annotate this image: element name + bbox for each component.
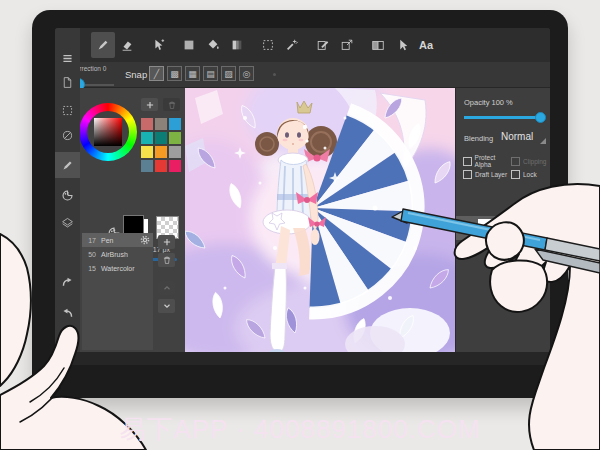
tool-select[interactable]: [256, 32, 280, 58]
snap-off-icon[interactable]: ╱: [149, 66, 164, 81]
sidebar-redo-icon[interactable]: [55, 269, 80, 295]
brush-list-buttons: [158, 235, 176, 317]
snap-mode-row: ╱▩▦▤▨◎: [149, 66, 254, 81]
tablet: Aa Correction 0 Snap ╱▩▦▤▨◎ Opacity 100 …: [32, 10, 568, 398]
snap-radial-icon[interactable]: ◎: [239, 66, 254, 81]
color-wheel[interactable]: [79, 103, 137, 161]
color-swatch-6[interactable]: [141, 146, 153, 158]
add-swatch-button[interactable]: [141, 98, 158, 111]
layer-row[interactable]: Layer: [456, 216, 550, 240]
color-swatch-2[interactable]: [169, 118, 181, 130]
snap-grid-icon[interactable]: ▦: [185, 66, 200, 81]
brush-item-airbrush[interactable]: 50AirBrush: [82, 247, 153, 261]
color-swatch-10[interactable]: [155, 160, 167, 172]
color-swatch-1[interactable]: [155, 118, 167, 130]
brush-item-watercolor[interactable]: 15Watercolor: [82, 261, 153, 275]
watermark: 易下APP · 4008891800.COM: [0, 412, 600, 447]
layer-thumbnail[interactable]: [478, 219, 493, 237]
layer-opacity-label: Opacity 100 %: [464, 98, 513, 107]
brush-settings-gear-icon[interactable]: [140, 235, 150, 245]
blending-label: Blending: [464, 134, 493, 143]
brush-size: 17: [82, 237, 96, 244]
snap-horizontal-icon[interactable]: ▤: [203, 66, 218, 81]
tool-sidebar: [55, 28, 80, 352]
tool-divide[interactable]: [366, 32, 390, 58]
paint-app-screen: Aa Correction 0 Snap ╱▩▦▤▨◎ Opacity 100 …: [55, 28, 550, 365]
brush-color-panel: Opacity 100 % Width 17 px 17Pen50AirBrus…: [80, 88, 185, 352]
checkbox-draft-layer[interactable]: Draft Layer: [463, 170, 511, 179]
brush-move-down-button[interactable]: [158, 299, 175, 313]
brush-list: 17Pen50AirBrush15Watercolor: [82, 233, 153, 350]
swatch-grid: [141, 118, 181, 172]
snap-label: Snap: [125, 69, 147, 80]
sidebar-deselect-icon[interactable]: [55, 122, 80, 148]
color-swatch-9[interactable]: [141, 160, 153, 172]
sidebar-undo-icon[interactable]: [55, 300, 80, 326]
scene: Aa Correction 0 Snap ╱▩▦▤▨◎ Opacity 100 …: [0, 0, 600, 450]
main-toolbar: Aa: [55, 28, 550, 62]
tool-pen[interactable]: [91, 32, 115, 58]
color-swatch-3[interactable]: [141, 132, 153, 144]
tool-export[interactable]: [335, 32, 359, 58]
layer-opacity-knob[interactable]: [535, 112, 546, 123]
tool-transform[interactable]: [311, 32, 335, 58]
tool-gradient[interactable]: [225, 32, 249, 58]
left-hand-fingers: [0, 234, 31, 386]
tool-magic-wand[interactable]: [280, 32, 304, 58]
tool-eraser[interactable]: [115, 32, 139, 58]
color-swatch-7[interactable]: [155, 146, 167, 158]
snap-more-dot: [273, 73, 276, 76]
brush-item-pen[interactable]: 17Pen: [82, 233, 153, 247]
snap-diagonal-icon[interactable]: ▨: [221, 66, 236, 81]
blending-dropdown-corner: [540, 138, 546, 144]
sidebar-menu-icon[interactable]: [55, 45, 80, 71]
sidebar-palette-icon[interactable]: [55, 182, 80, 208]
sidebar-brush-icon[interactable]: [55, 152, 80, 178]
layer-name: Layer: [500, 223, 533, 233]
delete-swatch-button[interactable]: [163, 98, 180, 111]
checkbox-clipping: Clipping: [511, 154, 547, 168]
checkbox-protect-alpha[interactable]: Protect Alpha: [463, 154, 511, 168]
brush-name: Pen: [101, 237, 113, 244]
tool-cursor[interactable]: [390, 32, 414, 58]
brush-name: Watercolor: [101, 265, 135, 272]
sidebar-select-icon[interactable]: [55, 97, 80, 123]
blending-dropdown[interactable]: Normal: [501, 131, 533, 142]
sidebar-file-icon[interactable]: [55, 69, 80, 95]
sub-toolbar: Correction 0 Snap ╱▩▦▤▨◎: [55, 62, 550, 88]
color-swatch-4[interactable]: [155, 132, 167, 144]
canvas-artwork: [185, 88, 455, 352]
layer-panel: Opacity 100 % Blending Normal Protect Al…: [455, 88, 550, 352]
snap-crosshatch-icon[interactable]: ▩: [167, 66, 182, 81]
tool-bucket[interactable]: [201, 32, 225, 58]
layer-opacity-slider[interactable]: [464, 116, 542, 119]
checkbox-lock[interactable]: Lock: [511, 170, 537, 179]
drawing-canvas[interactable]: [185, 88, 455, 352]
saturation-value-square[interactable]: [94, 118, 122, 146]
add-brush-button[interactable]: [158, 235, 175, 249]
color-swatch-0[interactable]: [141, 118, 153, 130]
brush-size: 50: [82, 251, 96, 258]
tool-text[interactable]: Aa: [414, 32, 438, 58]
layer-settings-gear-icon[interactable]: [533, 219, 547, 237]
brush-size: 15: [82, 265, 96, 272]
delete-brush-button[interactable]: [158, 253, 175, 267]
tool-shape-fill[interactable]: [177, 32, 201, 58]
color-swatch-8[interactable]: [169, 146, 181, 158]
layer-visibility-eye-icon[interactable]: [460, 219, 476, 237]
checkbox-row-2: Draft LayerLock: [463, 170, 537, 179]
sidebar-layers-icon[interactable]: [55, 209, 80, 235]
color-swatch-11[interactable]: [169, 160, 181, 172]
checkbox-row-1: Protect AlphaClipping: [463, 154, 547, 168]
bottom-strip: [55, 352, 550, 365]
color-swatch-5[interactable]: [169, 132, 181, 144]
tool-move[interactable]: [146, 32, 170, 58]
brush-move-up-button[interactable]: [158, 281, 175, 295]
brush-name: AirBrush: [101, 251, 128, 258]
